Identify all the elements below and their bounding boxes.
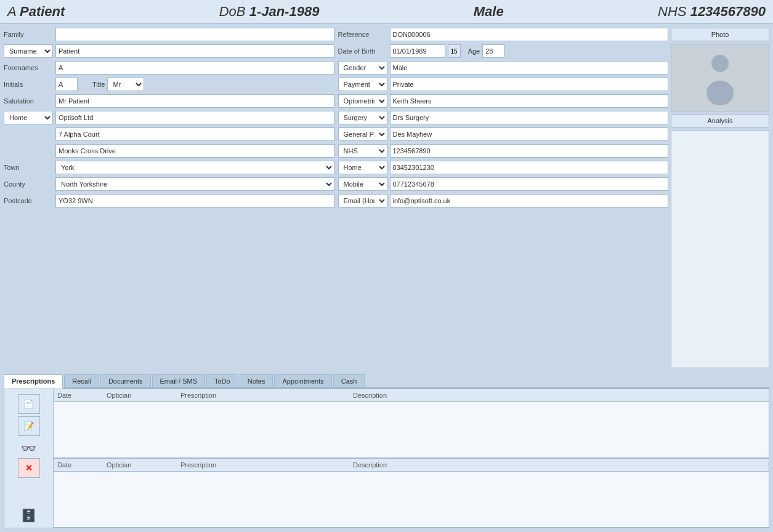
patient-title: A Patient <box>7 4 65 20</box>
optometrist-type-select[interactable]: Optometrist <box>338 94 387 108</box>
glasses-icon: 👓 <box>21 441 36 456</box>
table1-header: Date Optician Prescription Description <box>54 389 769 402</box>
forenames-label: Forenames <box>4 64 53 71</box>
dob-input[interactable] <box>390 44 445 58</box>
edit-prescription-icon: 📝 <box>23 421 34 431</box>
town-phone-row: Town York Home <box>4 161 668 175</box>
tab-todo[interactable]: ToDo <box>206 374 238 387</box>
address2-nhs-row: NHS <box>4 144 668 159</box>
county-label: County <box>4 180 53 188</box>
nhs-type-select[interactable]: NHS <box>338 144 387 158</box>
initials-payment-row: Initials Title Mr Mrs Miss Dr <box>4 78 668 92</box>
table2-col3: Prescription <box>179 460 352 470</box>
forenames-input[interactable] <box>55 61 334 75</box>
svg-point-1 <box>706 81 734 105</box>
email-input[interactable] <box>390 194 669 208</box>
county-mobile-row: County North Yorkshire Mobile <box>4 177 668 192</box>
table1-col2: Optician <box>105 390 179 400</box>
tab-appointments[interactable]: Appointments <box>274 374 331 387</box>
edit-prescription-button[interactable]: 📝 <box>18 416 40 436</box>
prescription-table-1: Date Optician Prescription Description <box>54 389 769 458</box>
nhs-display: NHS 1234567890 <box>658 4 766 20</box>
table1-col1: Date <box>56 390 105 400</box>
surgery-input[interactable] <box>390 111 669 124</box>
gp-input[interactable] <box>390 127 669 141</box>
svg-point-0 <box>711 55 729 72</box>
dob-label: Date of Birth <box>338 47 387 55</box>
tab-email-sms[interactable]: Email / SMS <box>152 374 206 387</box>
calendar-button[interactable]: 15 <box>448 44 461 58</box>
address-surgery-row: Home Work Surgery <box>4 111 668 126</box>
county-select[interactable]: North Yorkshire <box>55 177 334 191</box>
table2-col2: Optician <box>105 460 179 470</box>
prescription-table-2: Date Optician Prescription Description <box>54 458 769 528</box>
table2-col4: Description <box>352 460 766 470</box>
initials-label: Initials <box>4 81 53 88</box>
address-type-select[interactable]: Home Work <box>4 111 53 124</box>
salutation-input[interactable] <box>55 94 334 108</box>
table2-col1: Date <box>56 460 105 470</box>
main-form-area: Family Reference Surname <box>0 24 773 372</box>
prescription-tables: Date Optician Prescription Description D… <box>54 389 769 528</box>
title-label: Title <box>92 81 105 88</box>
dob-display: DoB 1-Jan-1989 <box>219 4 320 20</box>
reference-input[interactable] <box>390 28 669 41</box>
analysis-area <box>671 130 769 368</box>
tab-notes[interactable]: Notes <box>240 374 273 387</box>
gp-type-select[interactable]: General Prac. <box>338 127 387 141</box>
app-window: A Patient DoB 1-Jan-1989 Male NHS 123456… <box>0 0 773 532</box>
town-select[interactable]: York <box>55 161 334 174</box>
table1-body <box>54 402 769 457</box>
new-prescription-icon: 📄 <box>23 399 34 409</box>
tab-cash[interactable]: Cash <box>333 374 365 387</box>
nhs-input[interactable] <box>390 144 669 158</box>
family-input[interactable] <box>55 28 334 41</box>
address1-gp-row: General Prac. <box>4 127 668 142</box>
reference-label: Reference <box>338 31 387 38</box>
family-reference-row: Family Reference <box>4 28 668 42</box>
patient-silhouette <box>702 50 739 105</box>
surname-input[interactable] <box>55 44 334 58</box>
header-bar: A Patient DoB 1-Jan-1989 Male NHS 123456… <box>0 0 773 24</box>
action-buttons: 📄 📝 👓 ✕ 🗄️ <box>4 389 54 528</box>
postcode-email-row: Postcode Email (Home) <box>4 194 668 209</box>
tabs-container: Prescriptions Recall Documents Email / S… <box>4 372 769 389</box>
title-select[interactable]: Mr Mrs Miss Dr <box>107 78 144 91</box>
salutation-label: Salutation <box>4 97 53 105</box>
tabs-bar: Prescriptions Recall Documents Email / S… <box>4 374 769 389</box>
postcode-input[interactable] <box>55 194 334 208</box>
town-label: Town <box>4 164 53 171</box>
gender-display: Male <box>474 4 504 20</box>
tab-prescriptions[interactable]: Prescriptions <box>4 374 63 389</box>
tab-recall[interactable]: Recall <box>64 374 99 387</box>
gender-type-select[interactable]: Gender <box>338 61 387 75</box>
table1-col3: Prescription <box>179 390 352 400</box>
database-icon: 🗄️ <box>21 508 36 523</box>
age-input[interactable] <box>482 44 504 58</box>
mobile-input[interactable] <box>390 177 669 191</box>
payment-input[interactable] <box>390 78 669 91</box>
reference-section: Reference <box>338 28 669 42</box>
home-phone-type-select[interactable]: Home <box>338 161 387 174</box>
address2-input[interactable] <box>55 144 334 158</box>
payment-type-select[interactable]: Payment <box>338 78 387 91</box>
optometrist-input[interactable] <box>390 94 669 108</box>
gender-input[interactable] <box>390 61 669 75</box>
age-label: Age <box>468 47 480 55</box>
salutation-optometrist-row: Salutation Optometrist <box>4 94 668 109</box>
mobile-type-select[interactable]: Mobile <box>338 177 387 191</box>
initials-input[interactable] <box>55 78 78 91</box>
new-prescription-button[interactable]: 📄 <box>18 394 40 414</box>
photo-button[interactable]: Photo <box>671 28 769 41</box>
photo-area <box>671 44 769 111</box>
table2-body <box>54 472 769 527</box>
email-type-select[interactable]: Email (Home) <box>338 194 387 208</box>
surname-type-select[interactable]: Surname <box>4 44 53 58</box>
tab-documents[interactable]: Documents <box>100 374 151 387</box>
home-phone-input[interactable] <box>390 161 669 174</box>
company-input[interactable] <box>55 111 334 124</box>
delete-prescription-button[interactable]: ✕ <box>18 458 40 478</box>
address1-input[interactable] <box>55 127 334 141</box>
analysis-button[interactable]: Analysis <box>671 114 769 127</box>
surgery-type-select[interactable]: Surgery <box>338 111 387 124</box>
